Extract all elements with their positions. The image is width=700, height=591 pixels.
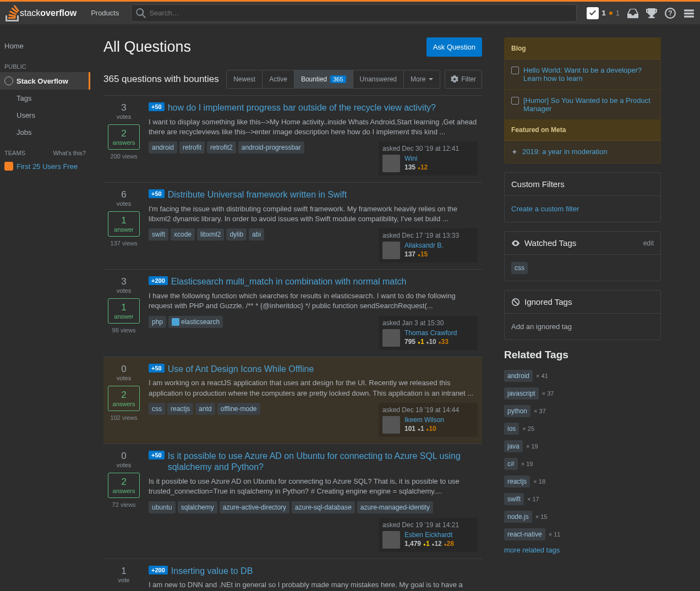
topbar: stackoverflow Products 1 1 ? [0, 0, 700, 24]
whats-this-link[interactable]: What's this? [53, 150, 86, 156]
logo[interactable]: stackoverflow [6, 5, 76, 21]
nav-stack-overflow[interactable]: Stack Overflow [0, 72, 90, 90]
tag[interactable]: retrofit [179, 141, 205, 154]
tag[interactable]: azure-active-directory [220, 501, 289, 513]
svg-line-6 [513, 299, 518, 304]
question-title[interactable]: Use of Ant Design Icons While Offline [168, 364, 314, 375]
question-summary: 3votes 1answer 98 views +200 Elasticsear… [103, 270, 482, 357]
question-title[interactable]: Is it possible to use Azure AD on Ubuntu… [168, 451, 478, 474]
nav-jobs[interactable]: Jobs [0, 124, 90, 141]
related-tag-count: × 18 [533, 478, 545, 485]
question-title[interactable]: Distribute Universal framework written i… [168, 189, 347, 201]
user-name[interactable]: Esben Eickhardt [404, 531, 452, 539]
related-tag[interactable]: javascript [504, 387, 539, 400]
question-summary: 6votes 1answer 137 views +50 Distribute … [103, 183, 482, 270]
blog-link[interactable]: [Humor] So You Wanted to be a Product Ma… [523, 96, 654, 113]
logo-icon [6, 5, 20, 21]
inbox-icon[interactable] [627, 8, 638, 19]
bounty-indicator: +50 [149, 189, 165, 198]
site-switcher-icon[interactable] [683, 8, 694, 19]
search-input[interactable] [149, 9, 571, 17]
tag[interactable]: offline-mode [217, 403, 260, 415]
products-link[interactable]: Products [84, 9, 125, 17]
related-tag[interactable]: node.js [504, 511, 532, 523]
answer-count: 1answer [108, 298, 140, 324]
tag[interactable]: xcode [171, 228, 195, 240]
related-tag-count: × 19 [521, 461, 533, 467]
tag[interactable]: swift [149, 228, 168, 240]
nav-teams-free[interactable]: First 25 Users Free [0, 158, 90, 174]
avatar[interactable] [382, 155, 400, 172]
edit-watched-tags[interactable]: edit [643, 239, 654, 247]
more-related-tags[interactable]: more related tags [504, 546, 661, 554]
related-tag[interactable]: android [504, 370, 533, 382]
tab-active[interactable]: Active [262, 70, 294, 88]
user-name[interactable]: Aliaksandr B. [404, 242, 444, 249]
tag[interactable]: sqlalchemy [178, 501, 217, 513]
page-title: All Questions [103, 39, 191, 56]
user-name[interactable]: Ikeem Wilson [404, 416, 444, 424]
tag[interactable]: dylib [226, 228, 247, 240]
tag[interactable]: abi [249, 228, 264, 240]
related-tag[interactable]: reactjs [504, 475, 530, 488]
tab-more[interactable]: More [404, 70, 440, 88]
user-rep: 101●1●10 [404, 425, 444, 433]
user-name[interactable]: Wini [404, 155, 417, 162]
tag[interactable]: retrofit2 [207, 141, 236, 154]
search-box[interactable] [131, 4, 576, 22]
eye-icon [511, 239, 520, 248]
avatar[interactable] [382, 329, 400, 347]
tag[interactable]: reactjs [167, 403, 193, 415]
tag[interactable]: elasticsearch [168, 316, 223, 329]
tag[interactable]: libxml2 [197, 228, 224, 240]
asked-time: asked Jan 3 at 15:30 [382, 319, 474, 327]
related-tag-count: × 37 [534, 408, 546, 414]
related-tag[interactable]: swift [504, 493, 524, 505]
tag[interactable]: ubuntu [149, 501, 176, 513]
bronze-dot [609, 12, 612, 15]
nav-tags[interactable]: Tags [0, 90, 90, 107]
blog-link[interactable]: Hello World: Want to be a developer? Lea… [523, 66, 654, 83]
avatar[interactable] [382, 531, 400, 549]
reputation: 1 [602, 9, 606, 17]
tag[interactable]: azure-managed-identity [357, 501, 433, 513]
add-ignored-tag[interactable]: Add an ignored tag [505, 314, 660, 340]
tab-unanswered[interactable]: Unanswered [353, 70, 404, 88]
tag[interactable]: android-progressbar [238, 141, 304, 154]
user-rep: 1,479●1●12●28 [404, 540, 454, 548]
tab-newest[interactable]: Newest [227, 70, 262, 88]
avatar[interactable] [382, 416, 400, 434]
nav-users[interactable]: Users [0, 107, 90, 124]
question-title[interactable]: Inserting value to DB [171, 566, 253, 577]
related-tag[interactable]: ios [504, 423, 519, 435]
bountied-count: 365 [330, 75, 346, 83]
question-title[interactable]: Elasticsearch multi_match in combination… [171, 276, 407, 288]
question-title[interactable]: how do I implement progress bar outside … [168, 102, 436, 114]
user-rep: 137●15 [404, 250, 444, 258]
watched-tag[interactable]: css [511, 262, 528, 274]
related-tag[interactable]: java [504, 440, 523, 452]
tag[interactable]: css [149, 403, 165, 415]
achievements-icon[interactable] [646, 8, 657, 19]
tags: phpelasticsearch [149, 316, 223, 329]
tag[interactable]: antd [195, 403, 215, 415]
bounty-indicator: +200 [149, 276, 168, 285]
filter-button[interactable]: Filter [445, 70, 482, 89]
user-name[interactable]: Thomas Crawford [404, 329, 457, 337]
profile-link[interactable]: 1 1 [587, 7, 620, 19]
nav-home[interactable]: Home [0, 37, 90, 54]
tag[interactable]: android [149, 141, 177, 154]
tag[interactable]: azure-sql-database [292, 501, 355, 513]
related-tag[interactable]: python [504, 405, 531, 417]
help-icon[interactable]: ? [665, 8, 676, 19]
ask-question-button[interactable]: Ask Question [426, 37, 482, 57]
asked-time: asked Dec 17 '19 at 13:33 [382, 232, 474, 239]
meta-link[interactable]: 2019: a year in moderation [522, 147, 608, 156]
tag[interactable]: php [149, 316, 166, 329]
related-tag[interactable]: react-native [504, 528, 545, 540]
stats: 6votes 1answer 137 views [108, 189, 140, 262]
tab-bountied[interactable]: Bountied 365 [294, 70, 353, 88]
create-filter-link[interactable]: Create a custom filter [511, 205, 579, 213]
avatar[interactable] [382, 242, 400, 259]
related-tag[interactable]: c# [504, 458, 518, 470]
